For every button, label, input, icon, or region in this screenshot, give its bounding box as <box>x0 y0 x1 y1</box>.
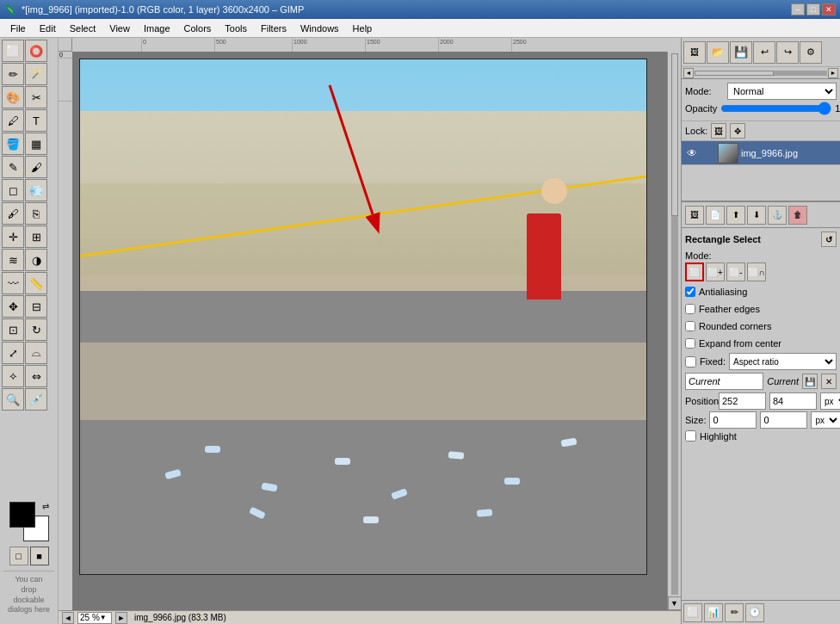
vertical-scrollbar[interactable]: ▲ ▼ <box>667 38 681 610</box>
close-button[interactable]: ✕ <box>822 3 836 15</box>
tool-clone[interactable]: ⎘ <box>25 202 47 225</box>
tool-scale[interactable]: ⤢ <box>2 342 24 364</box>
rp-scroll-right[interactable]: ► <box>828 68 838 78</box>
vscroll-thumb[interactable] <box>671 53 678 216</box>
menu-colors[interactable]: Colors <box>177 22 219 35</box>
canvas-scroll-area[interactable] <box>72 52 667 610</box>
tool-text[interactable]: T <box>25 109 47 132</box>
tool-ink[interactable]: 🖋 <box>2 202 24 225</box>
tool-free-select[interactable]: ✏ <box>2 63 24 85</box>
menu-tools[interactable]: Tools <box>218 22 254 35</box>
tool-ellipse-select[interactable]: ⭕ <box>25 40 47 62</box>
menu-windows[interactable]: Windows <box>293 22 346 35</box>
menu-select[interactable]: Select <box>63 22 103 35</box>
tool-dodge-burn[interactable]: ◑ <box>25 249 47 271</box>
feather-checkbox[interactable] <box>685 304 695 314</box>
rp-scroll-track[interactable] <box>695 71 827 76</box>
minimize-button[interactable]: – <box>791 3 805 15</box>
swap-colors-icon[interactable]: ⇄ <box>42 502 49 511</box>
rp-history-button[interactable]: 🕐 <box>745 603 764 622</box>
expand-checkbox[interactable] <box>685 338 695 349</box>
lock-position-button[interactable]: ✥ <box>730 123 745 139</box>
tool-shear[interactable]: ⌓ <box>25 342 47 364</box>
lock-pixels-button[interactable]: 🖼 <box>711 123 726 139</box>
rp-undo-button[interactable]: ↩ <box>753 41 775 64</box>
layer-delete-button[interactable]: 🗑 <box>788 206 807 225</box>
rp-top-scroll[interactable]: ◄ ► <box>682 67 840 79</box>
menu-help[interactable]: Help <box>346 22 380 35</box>
opacity-slider[interactable] <box>720 102 831 114</box>
zoom-increase-button[interactable]: ► <box>115 612 127 624</box>
rp-paths-button[interactable]: ✏ <box>725 603 744 622</box>
rounded-checkbox[interactable] <box>685 321 695 331</box>
tool-color-picker[interactable]: 💉 <box>25 388 47 411</box>
tool-blend[interactable]: ▦ <box>25 133 47 155</box>
tool-smudge[interactable]: 〰 <box>2 272 24 294</box>
antialiasing-checkbox[interactable] <box>685 287 695 297</box>
tool-rect-select[interactable]: ⬜ <box>2 40 24 62</box>
tool-crop[interactable]: ⊡ <box>2 318 24 341</box>
tool-perspective[interactable]: ⟡ <box>2 365 24 387</box>
rp-open-button[interactable]: 📂 <box>707 41 729 64</box>
tool-zoom[interactable]: 🔍 <box>2 388 24 411</box>
foreground-color-swatch[interactable] <box>9 502 35 528</box>
menu-file[interactable]: File <box>3 22 33 35</box>
layer-duplicate-button[interactable]: ⬇ <box>747 206 766 225</box>
position-y-input[interactable] <box>769 392 817 410</box>
tool-paintbrush[interactable]: 🖌 <box>25 156 47 178</box>
current-input[interactable] <box>685 373 763 390</box>
current-save-button[interactable]: 💾 <box>802 374 818 389</box>
mode-replace-button[interactable]: ⬜ <box>685 263 704 281</box>
rp-preferences-button[interactable]: ⚙ <box>800 41 822 64</box>
menu-image[interactable]: Image <box>137 22 177 35</box>
mode-subtract-button[interactable]: ⬜- <box>726 263 745 281</box>
canvas-image[interactable] <box>79 59 647 575</box>
tool-select-by-color[interactable]: 🎨 <box>2 86 24 108</box>
layer-anchor-button[interactable]: ⚓ <box>768 206 787 225</box>
layer-visibility-toggle[interactable]: 👁 <box>685 146 699 160</box>
quick-mask-off-button[interactable]: □ <box>9 547 28 565</box>
tool-options-reset-button[interactable]: ↺ <box>821 232 837 247</box>
vscroll-track[interactable] <box>671 53 678 595</box>
tool-eraser[interactable]: ◻ <box>2 179 24 201</box>
fixed-dropdown[interactable]: Aspect ratio Width Height Size <box>729 353 837 370</box>
position-x-input[interactable] <box>719 392 766 410</box>
rp-scroll-thumb[interactable] <box>695 71 774 76</box>
zoom-decrease-button[interactable]: ◄ <box>62 612 74 624</box>
size-unit-dropdown[interactable]: px mm % <box>811 411 840 429</box>
menu-filters[interactable]: Filters <box>254 22 293 35</box>
tool-align[interactable]: ⊟ <box>25 295 47 318</box>
maximize-button[interactable]: □ <box>806 3 820 15</box>
size-x-input[interactable] <box>709 411 757 429</box>
fixed-checkbox[interactable] <box>685 356 696 368</box>
tool-blur[interactable]: ≋ <box>2 249 24 271</box>
layer-new-button[interactable]: 🖼 <box>685 206 704 225</box>
quick-mask-on-button[interactable]: ■ <box>30 547 49 565</box>
position-unit-dropdown[interactable]: px mm % <box>820 392 840 410</box>
rp-layers-button[interactable]: ⬜ <box>683 603 702 622</box>
tool-fuzzy-select[interactable]: 🪄 <box>25 63 47 85</box>
tool-heal[interactable]: ✛ <box>2 226 24 248</box>
layer-raise-button[interactable]: 📄 <box>706 206 725 225</box>
rp-save-button[interactable]: 💾 <box>730 41 752 64</box>
tool-paint-bucket[interactable]: 🪣 <box>2 133 24 155</box>
menu-edit[interactable]: Edit <box>33 22 63 35</box>
layer-item[interactable]: 👁 img_9966.jpg <box>682 141 840 165</box>
highlight-checkbox[interactable] <box>685 430 696 442</box>
tool-measure[interactable]: 📏 <box>25 272 47 294</box>
tool-airbrush[interactable]: 💨 <box>25 179 47 201</box>
zoom-select[interactable]: 25 % ▼ <box>77 612 112 624</box>
menu-view[interactable]: View <box>102 22 137 35</box>
mode-intersect-button[interactable]: ⬜∩ <box>747 263 766 281</box>
rp-redo-button[interactable]: ↪ <box>776 41 799 64</box>
tool-paths[interactable]: 🖊 <box>2 109 24 132</box>
mode-dropdown[interactable]: Normal Dissolve Multiply Screen Overlay <box>727 83 837 100</box>
size-y-input[interactable] <box>760 411 807 429</box>
tool-perspective-clone[interactable]: ⊞ <box>25 226 47 248</box>
tool-scissors[interactable]: ✂ <box>25 86 47 108</box>
current-reset-button[interactable]: ✕ <box>821 374 837 389</box>
rp-scroll-left[interactable]: ◄ <box>683 68 694 78</box>
tool-move[interactable]: ✥ <box>2 295 24 318</box>
vscroll-down-button[interactable]: ▼ <box>668 596 682 610</box>
rp-channels-button[interactable]: 📊 <box>704 603 723 622</box>
